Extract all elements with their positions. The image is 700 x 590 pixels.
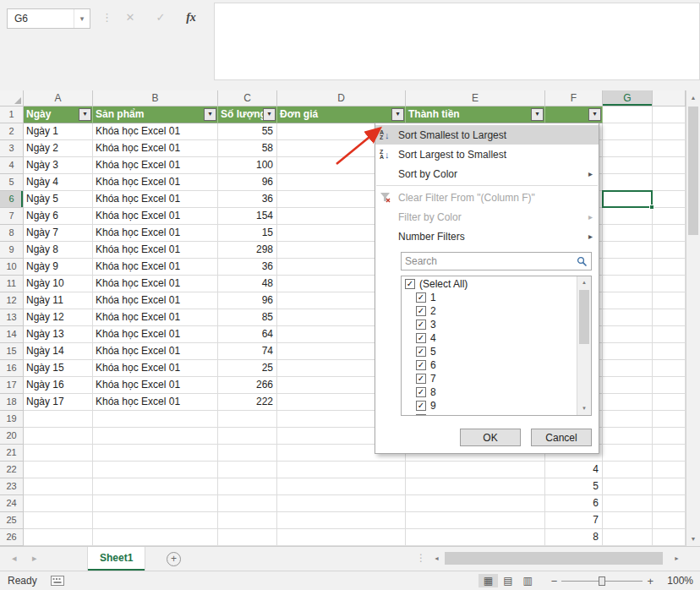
cell-x6[interactable] [653, 191, 686, 208]
cell-G1[interactable] [603, 107, 653, 123]
row-header-15[interactable]: 15 [0, 343, 24, 360]
cell-A2[interactable]: Ngày 1 [24, 123, 93, 140]
row-header-12[interactable]: 12 [0, 292, 24, 309]
row-header-26[interactable]: 26 [0, 529, 24, 546]
cell-E26[interactable] [406, 529, 545, 546]
cell-A17[interactable]: Ngày 16 [24, 377, 93, 394]
filter-value-10[interactable]: ✓10 [402, 412, 577, 416]
row-header-18[interactable]: 18 [0, 394, 24, 411]
cell-A11[interactable]: Ngày 10 [24, 276, 93, 292]
page-layout-view-icon[interactable]: ▤ [498, 574, 517, 587]
cell-G5[interactable] [603, 174, 653, 191]
cell-C17[interactable]: 266 [218, 377, 277, 394]
cell-G23[interactable] [603, 478, 653, 495]
filter-button-E[interactable]: ▾ [531, 108, 544, 121]
macro-record-icon[interactable] [51, 576, 64, 586]
cell-x23[interactable] [653, 478, 686, 495]
cell-G4[interactable] [603, 157, 653, 174]
insert-function-icon[interactable]: fx [181, 11, 201, 25]
cell-A4[interactable]: Ngày 3 [24, 157, 93, 174]
cell-B12[interactable]: Khóa học Excel 01 [93, 292, 218, 309]
row-header-22[interactable]: 22 [0, 462, 24, 478]
col-header-C[interactable]: C [218, 90, 277, 107]
formula-enter-icon[interactable]: ✓ [150, 11, 171, 24]
cell-C5[interactable]: 96 [218, 174, 277, 191]
cell-B26[interactable] [93, 529, 218, 546]
cell-B8[interactable]: Khóa học Excel 01 [93, 225, 218, 242]
cell-A6[interactable]: Ngày 5 [24, 191, 93, 208]
cell-C18[interactable]: 222 [218, 394, 277, 411]
scroll-right-icon[interactable]: ► [670, 551, 684, 565]
cell-A23[interactable] [24, 478, 93, 495]
checkbox-checked-icon[interactable]: ✓ [416, 292, 426, 303]
cell-G13[interactable] [603, 309, 653, 326]
row-header-8[interactable]: 8 [0, 225, 24, 242]
col-header-B[interactable]: B [93, 90, 218, 107]
cell-C3[interactable]: 58 [218, 140, 277, 157]
cell-B6[interactable]: Khóa học Excel 01 [93, 191, 218, 208]
row-header-6[interactable]: 6 [0, 191, 24, 208]
cell-G11[interactable] [603, 276, 653, 292]
cell-G14[interactable] [603, 326, 653, 343]
cell-E23[interactable] [406, 478, 545, 495]
cell-x10[interactable] [653, 259, 686, 276]
select-all-button[interactable] [0, 90, 24, 107]
cell-x17[interactable] [653, 377, 686, 394]
cell-G18[interactable] [603, 394, 653, 411]
cell-A8[interactable]: Ngày 7 [24, 225, 93, 242]
cell-G10[interactable] [603, 259, 653, 276]
col-header-E[interactable]: E [406, 90, 545, 107]
cell-D22[interactable] [277, 462, 406, 478]
vertical-scrollbar[interactable]: ▲ ▼ [686, 90, 700, 546]
formula-input[interactable] [214, 3, 700, 80]
cell-E22[interactable] [406, 462, 545, 478]
cell-A22[interactable] [24, 462, 93, 478]
cell-A15[interactable]: Ngày 14 [24, 343, 93, 360]
normal-view-icon[interactable]: ▦ [479, 574, 498, 587]
cell-B2[interactable]: Khóa học Excel 01 [93, 123, 218, 140]
checkbox-checked-icon[interactable]: ✓ [416, 387, 426, 397]
cell-G25[interactable] [603, 512, 653, 529]
cell-x11[interactable] [653, 276, 686, 292]
filter-value-6[interactable]: ✓6 [402, 358, 577, 372]
list-scroll-down-icon[interactable]: ▼ [577, 402, 591, 415]
filter-value-5[interactable]: ✓5 [402, 345, 577, 358]
row-header-25[interactable]: 25 [0, 512, 24, 529]
cell-D26[interactable] [277, 529, 406, 546]
cell-F24[interactable]: 6 [545, 495, 603, 512]
sheet-nav-left-icon[interactable]: ◂ [12, 553, 17, 564]
cell-F23[interactable]: 5 [545, 478, 603, 495]
row-header-1[interactable]: 1 [0, 107, 24, 123]
cell-A7[interactable]: Ngày 6 [24, 208, 93, 225]
search-icon[interactable] [577, 256, 588, 267]
cell-C12[interactable]: 96 [218, 292, 277, 309]
cell-A18[interactable]: Ngày 17 [24, 394, 93, 411]
col-header-D[interactable]: D [277, 90, 406, 107]
scroll-down-icon[interactable]: ▼ [686, 532, 700, 546]
checkbox-checked-icon[interactable]: ✓ [416, 320, 426, 330]
cell-A24[interactable] [24, 495, 93, 512]
cell-x24[interactable] [653, 495, 686, 512]
cell-F25[interactable]: 7 [545, 512, 603, 529]
table-header-cell-E[interactable]: Thành tiền▾ [406, 107, 545, 123]
cell-G9[interactable] [603, 242, 653, 259]
cell-C21[interactable] [218, 445, 277, 462]
cell-C22[interactable] [218, 462, 277, 478]
row-header-24[interactable]: 24 [0, 495, 24, 512]
zoom-in-button[interactable]: + [647, 575, 654, 587]
zoom-slider[interactable] [561, 575, 643, 587]
table-header-cell-B[interactable]: Sản phẩm▾ [93, 107, 218, 123]
cell-C13[interactable]: 85 [218, 309, 277, 326]
scroll-left-icon[interactable]: ◄ [429, 551, 444, 565]
row-header-10[interactable]: 10 [0, 259, 24, 276]
cell-G19[interactable] [603, 411, 653, 428]
filter-value-8[interactable]: ✓8 [402, 385, 577, 399]
cell-C15[interactable]: 74 [218, 343, 277, 360]
row-header-17[interactable]: 17 [0, 377, 24, 394]
row-header-2[interactable]: 2 [0, 123, 24, 140]
checkbox-checked-icon[interactable]: ✓ [416, 360, 426, 370]
checkbox-checked-icon[interactable]: ✓ [416, 347, 426, 357]
filter-value-7[interactable]: ✓7 [402, 372, 577, 385]
cell-B23[interactable] [93, 478, 218, 495]
cell-x26[interactable] [653, 529, 686, 546]
